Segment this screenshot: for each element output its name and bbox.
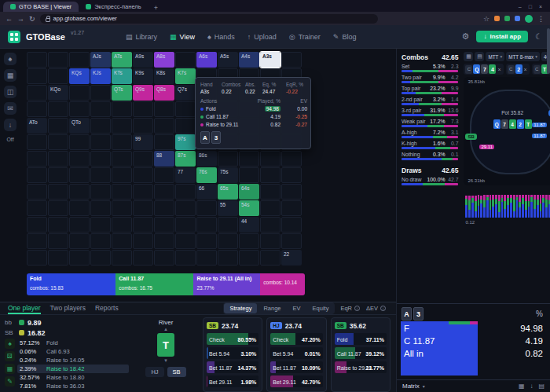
clear-icon[interactable]: × (497, 67, 501, 72)
matrix-cell-87s[interactable]: 87s (175, 151, 196, 167)
nav-item-upload[interactable]: ↑Upload (248, 33, 277, 41)
combo-row[interactable]: 3-rd pair31.9%13.6 (402, 108, 458, 116)
position-button-sb[interactable]: SB (167, 367, 186, 377)
combo-row[interactable]: No draw100.0%42.7 (402, 177, 458, 185)
nav-item-trainer[interactable]: ◎Trainer (289, 33, 321, 41)
toolbar-icon-1[interactable]: ↓ (530, 383, 533, 390)
reload-icon[interactable]: ↻ (29, 15, 35, 23)
gtobase-logo-icon[interactable] (8, 31, 20, 43)
matrix-cell-ATs[interactable]: ATs (112, 52, 132, 68)
matrix-cell-empty[interactable] (112, 134, 132, 150)
select-mtt[interactable]: MTT▾ (486, 52, 504, 61)
matrix-cell-empty[interactable] (27, 85, 47, 101)
matrix-cell-76s[interactable]: 76s (196, 167, 217, 183)
matrix-cell-empty[interactable] (154, 167, 174, 183)
matrix-cell-A6s[interactable]: A6s (196, 52, 217, 68)
matrix-cell-Q8s[interactable]: Q8s (154, 85, 174, 101)
matrix-cell-AJs[interactable]: AJs (90, 52, 111, 68)
matrix-cell-empty[interactable] (90, 85, 111, 101)
matrix-cell-empty[interactable] (281, 217, 302, 233)
mode-δev[interactable]: ΔEVi (364, 305, 388, 312)
matrix-cell-empty[interactable] (69, 217, 90, 233)
matrix-cell-empty[interactable] (239, 167, 259, 183)
matrix-cell-empty[interactable] (260, 167, 280, 183)
matrix-cell-empty[interactable] (218, 151, 238, 167)
matrix-cell-empty[interactable] (281, 151, 302, 167)
matrix-cell-empty[interactable] (112, 151, 132, 167)
matrix-cell-KQo[interactable]: KQo (48, 85, 68, 101)
matrix-cell-empty[interactable] (69, 151, 90, 167)
matrix-cell-empty[interactable] (69, 52, 90, 68)
matrix-cell-empty[interactable] (90, 184, 111, 200)
chevron-down-icon[interactable]: ▾ (164, 357, 167, 364)
matrix-cell-K7s[interactable]: K7s (175, 68, 196, 84)
combo-row[interactable]: A-high7.2%3.1 (402, 130, 458, 138)
matrix-cell-empty[interactable] (218, 217, 238, 233)
action-bar-segment[interactable]: Raise to 29.11 (All in)23.77% (193, 273, 260, 295)
matrix-cell-empty[interactable] (281, 167, 302, 183)
matrix-cell-empty[interactable] (112, 200, 132, 216)
matrix-cell-empty[interactable] (27, 52, 47, 68)
strategy-action-row[interactable]: Call 11.8739.12% (335, 347, 387, 359)
combo-row[interactable]: K-high1.6%0.7 (402, 141, 458, 149)
action-line-item[interactable]: 2.39%Raise to 18.42 (17, 365, 129, 373)
matrix-cell-empty[interactable] (69, 167, 90, 183)
tab-reports[interactable]: Reports (95, 302, 119, 314)
matrix-cell-empty[interactable] (27, 200, 47, 216)
matrix-cell-55[interactable]: 55 (218, 200, 238, 216)
matrix-cell-A3s[interactable]: A3s (260, 52, 280, 68)
nav-item-hands[interactable]: ♠Hands (207, 33, 235, 41)
matrix-cell-empty[interactable] (239, 151, 259, 167)
maximize-icon[interactable]: □ (529, 4, 532, 9)
matrix-cell-empty[interactable] (175, 250, 196, 266)
matrix-cell-empty[interactable] (175, 184, 196, 200)
back-icon[interactable]: ← (6, 15, 13, 23)
matrix-cell-64s[interactable]: 64s (239, 184, 259, 200)
select-mtt-8-max[interactable]: MTT 8-max▾ (506, 52, 540, 61)
browser-menu-icon[interactable]: ⋮ (537, 15, 544, 23)
matrix-cell-A5s[interactable]: A5s (218, 52, 238, 68)
matrix-cell-97s[interactable]: 97s (175, 134, 196, 150)
matrix-cell-empty[interactable] (112, 250, 132, 266)
matrix-cell-A4s[interactable]: A4s (239, 52, 259, 68)
board-change-button[interactable]: C (508, 65, 515, 74)
matrix-cell-empty[interactable] (175, 118, 196, 134)
matrix-cell-empty[interactable] (133, 101, 153, 117)
action-line-item[interactable]: 7.81%Raise to 36.03 (17, 382, 129, 390)
combo-row[interactable]: Nothing0.3%0.1 (402, 152, 458, 160)
matrix-cell-empty[interactable] (260, 217, 280, 233)
matrix-cell-empty[interactable] (27, 233, 47, 249)
extension-icon[interactable] (515, 16, 520, 21)
tab-two-players[interactable]: Two players (50, 302, 86, 314)
action-bar-segment[interactable]: Foldcombos: 15.83 (27, 273, 116, 295)
matrix-cell-empty[interactable] (154, 200, 174, 216)
matrix-cell-empty[interactable] (27, 217, 47, 233)
strategy-action-row[interactable]: Bet 11.8710.09% (270, 361, 322, 373)
matrix-cell-empty[interactable] (260, 184, 280, 200)
strategy-action-row[interactable]: Bet 29.111.98% (207, 376, 258, 387)
mini-rail-button-1[interactable]: ⚄ (5, 351, 15, 361)
matrix-cell-empty[interactable] (48, 101, 68, 117)
tab-one-player[interactable]: One player (8, 302, 41, 314)
matrix-cell-22[interactable]: 22 (281, 250, 302, 266)
mode-ev[interactable]: EV (288, 303, 306, 313)
matrix-cell-86s[interactable]: 86s (196, 151, 217, 167)
matrix-cell-empty[interactable] (27, 250, 47, 266)
combo-row[interactable]: Top pair23.2%9.9 (402, 86, 458, 94)
matrix-cell-empty[interactable] (90, 167, 111, 183)
matrix-cell-empty[interactable] (48, 118, 68, 134)
matrix-cell-empty[interactable] (112, 118, 132, 134)
matrix-cell-empty[interactable] (154, 134, 174, 150)
matrix-cell-empty[interactable] (260, 233, 280, 249)
mode-eqr[interactable]: EqRi (338, 305, 362, 312)
close-icon[interactable]: × (539, 4, 542, 9)
combo-row[interactable]: Weak pair17.2%7.3 (402, 119, 458, 127)
matrix-cell-empty[interactable] (133, 250, 153, 266)
matrix-cell-empty[interactable] (112, 184, 132, 200)
extension-icon[interactable] (504, 16, 510, 21)
matrix-cell-54s[interactable]: 54s (239, 200, 259, 216)
matrix-cell-empty[interactable] (27, 134, 47, 150)
matrix-cell-empty[interactable] (69, 101, 90, 117)
matrix-cell-44[interactable]: 44 (239, 217, 259, 233)
matrix-cell-empty[interactable] (48, 250, 68, 266)
